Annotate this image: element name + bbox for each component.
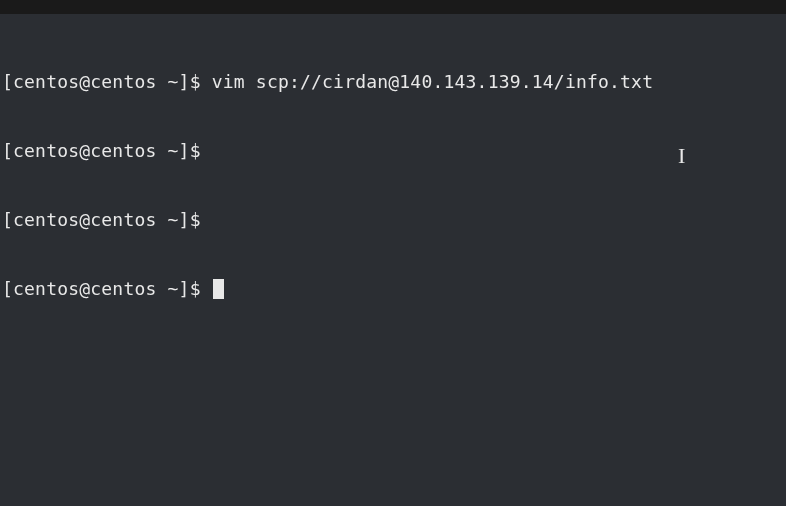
terminal-area[interactable]: [centos@centos ~]$ vim scp://cirdan@140.… bbox=[0, 14, 786, 325]
shell-prompt: [centos@centos ~]$ bbox=[2, 71, 212, 92]
shell-command: vim scp://cirdan@140.143.139.14/info.txt bbox=[212, 71, 653, 92]
terminal-line: [centos@centos ~]$ bbox=[2, 139, 784, 162]
terminal-cursor bbox=[213, 279, 224, 299]
terminal-line: [centos@centos ~]$ bbox=[2, 208, 784, 231]
terminal-line: [centos@centos ~]$ bbox=[2, 277, 784, 300]
window-titlebar[interactable] bbox=[0, 0, 786, 14]
terminal-line: [centos@centos ~]$ vim scp://cirdan@140.… bbox=[2, 70, 784, 93]
shell-prompt: [centos@centos ~]$ bbox=[2, 278, 212, 299]
shell-prompt: [centos@centos ~]$ bbox=[2, 209, 201, 230]
shell-prompt: [centos@centos ~]$ bbox=[2, 140, 201, 161]
